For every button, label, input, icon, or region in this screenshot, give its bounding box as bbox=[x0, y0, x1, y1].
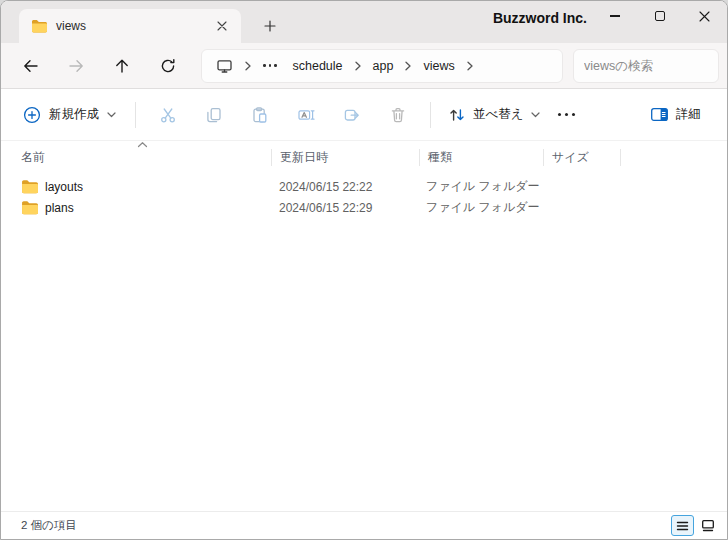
breadcrumb-app[interactable]: app bbox=[365, 53, 402, 79]
details-view-toggle[interactable] bbox=[671, 515, 694, 536]
maximize-button[interactable] bbox=[637, 1, 682, 31]
file-name: layouts bbox=[45, 180, 83, 194]
tab-title: views bbox=[56, 19, 202, 33]
table-row-plans[interactable]: plans 2024/06/15 22:29 ファイル フォルダー bbox=[1, 197, 727, 218]
share-button[interactable] bbox=[332, 97, 372, 133]
view-toggles bbox=[671, 515, 721, 536]
column-header-type[interactable]: 種類 bbox=[420, 141, 543, 173]
file-explorer-window: views Buzzword Inc. bbox=[0, 0, 728, 540]
column-label: 名前 bbox=[21, 149, 45, 166]
toolbar-divider bbox=[135, 102, 136, 128]
refresh-icon bbox=[160, 58, 176, 74]
sort-button[interactable]: 並べ替え bbox=[440, 97, 548, 133]
window-title: Buzzword Inc. bbox=[493, 10, 587, 26]
navigation-bar: schedule app views bbox=[1, 43, 727, 89]
breadcrumb-label: schedule bbox=[293, 59, 343, 73]
close-icon bbox=[699, 11, 710, 22]
file-type: ファイル フォルダー bbox=[418, 178, 541, 195]
rename-icon bbox=[297, 106, 316, 124]
minimize-icon bbox=[610, 15, 620, 17]
forward-button[interactable] bbox=[57, 49, 95, 83]
explorer-tab-views[interactable]: views bbox=[19, 9, 241, 43]
file-modified: 2024/06/15 22:29 bbox=[271, 201, 418, 215]
chevron-right-icon bbox=[351, 61, 365, 71]
title-bar: views Buzzword Inc. bbox=[1, 1, 727, 43]
sort-icon bbox=[448, 106, 466, 124]
minimize-button[interactable] bbox=[592, 1, 637, 31]
chevron-down-icon bbox=[107, 112, 116, 118]
details-view-icon bbox=[676, 520, 689, 532]
search-box bbox=[573, 49, 719, 83]
new-tab-button[interactable] bbox=[257, 13, 283, 39]
ellipsis-icon bbox=[263, 64, 277, 67]
window-controls bbox=[592, 1, 727, 31]
breadcrumb-schedule[interactable]: schedule bbox=[285, 53, 351, 79]
paste-icon bbox=[251, 106, 269, 124]
sort-button-label: 並べ替え bbox=[473, 106, 524, 123]
copy-button[interactable] bbox=[194, 97, 234, 133]
chevron-right-icon bbox=[401, 61, 415, 71]
file-type: ファイル フォルダー bbox=[418, 199, 541, 216]
column-label: サイズ bbox=[552, 149, 589, 166]
refresh-button[interactable] bbox=[149, 49, 187, 83]
breadcrumb-label: app bbox=[373, 59, 394, 73]
details-pane-label: 詳細 bbox=[676, 106, 701, 123]
scissors-icon bbox=[159, 106, 177, 124]
tab-close-icon[interactable] bbox=[211, 15, 233, 37]
details-pane-button[interactable]: 詳細 bbox=[640, 97, 711, 133]
file-name-cell: plans bbox=[21, 200, 271, 215]
item-count: 2 個の項目 bbox=[21, 518, 77, 533]
folder-icon bbox=[31, 19, 47, 33]
forward-icon bbox=[68, 58, 85, 74]
back-button[interactable] bbox=[11, 49, 49, 83]
folder-icon bbox=[21, 179, 38, 194]
column-divider[interactable] bbox=[620, 149, 621, 166]
large-icons-view-toggle[interactable] bbox=[696, 515, 719, 536]
new-button[interactable]: 新規作成 bbox=[13, 97, 126, 133]
share-icon bbox=[343, 106, 361, 124]
see-more-button[interactable] bbox=[548, 97, 586, 133]
file-name-cell: layouts bbox=[21, 179, 271, 194]
breadcrumb-views[interactable]: views bbox=[415, 53, 462, 79]
toolbar-divider bbox=[430, 102, 431, 128]
delete-button[interactable] bbox=[378, 97, 418, 133]
rename-button[interactable] bbox=[286, 97, 326, 133]
search-input[interactable] bbox=[584, 59, 708, 73]
file-list: layouts 2024/06/15 22:22 ファイル フォルダー plan… bbox=[1, 173, 727, 218]
trash-icon bbox=[389, 106, 407, 124]
folder-icon bbox=[21, 200, 38, 215]
column-header-size[interactable]: サイズ bbox=[544, 141, 620, 173]
chevron-right-icon bbox=[463, 61, 477, 71]
address-bar[interactable]: schedule app views bbox=[201, 49, 563, 83]
back-icon bbox=[22, 58, 39, 74]
new-button-label: 新規作成 bbox=[49, 106, 99, 123]
column-label: 更新日時 bbox=[280, 149, 328, 166]
plus-circle-icon bbox=[23, 106, 41, 124]
maximize-icon bbox=[655, 11, 665, 21]
copy-icon bbox=[205, 106, 223, 124]
table-row-layouts[interactable]: layouts 2024/06/15 22:22 ファイル フォルダー bbox=[1, 176, 727, 197]
large-icons-view-icon bbox=[701, 519, 715, 532]
column-header-modified[interactable]: 更新日時 bbox=[272, 141, 419, 173]
close-button[interactable] bbox=[682, 1, 727, 31]
chevron-right-icon bbox=[241, 61, 255, 71]
column-label: 種類 bbox=[428, 149, 452, 166]
chevron-down-icon bbox=[531, 112, 540, 118]
details-pane-icon bbox=[650, 106, 669, 123]
file-modified: 2024/06/15 22:22 bbox=[271, 180, 418, 194]
up-button[interactable] bbox=[103, 49, 141, 83]
column-header-row: 名前 更新日時 種類 サイズ bbox=[1, 141, 727, 173]
cut-button[interactable] bbox=[148, 97, 188, 133]
paste-button[interactable] bbox=[240, 97, 280, 133]
this-pc-icon[interactable] bbox=[208, 53, 241, 79]
file-name: plans bbox=[45, 201, 74, 215]
sort-ascending-icon bbox=[137, 141, 148, 148]
breadcrumb-label: views bbox=[423, 59, 454, 73]
ellipsis-icon bbox=[558, 113, 575, 116]
up-arrow-icon bbox=[114, 58, 130, 74]
breadcrumb-overflow-button[interactable] bbox=[255, 53, 285, 79]
command-toolbar: 新規作成 並べ替え bbox=[1, 89, 727, 141]
status-bar: 2 個の項目 bbox=[1, 511, 727, 539]
